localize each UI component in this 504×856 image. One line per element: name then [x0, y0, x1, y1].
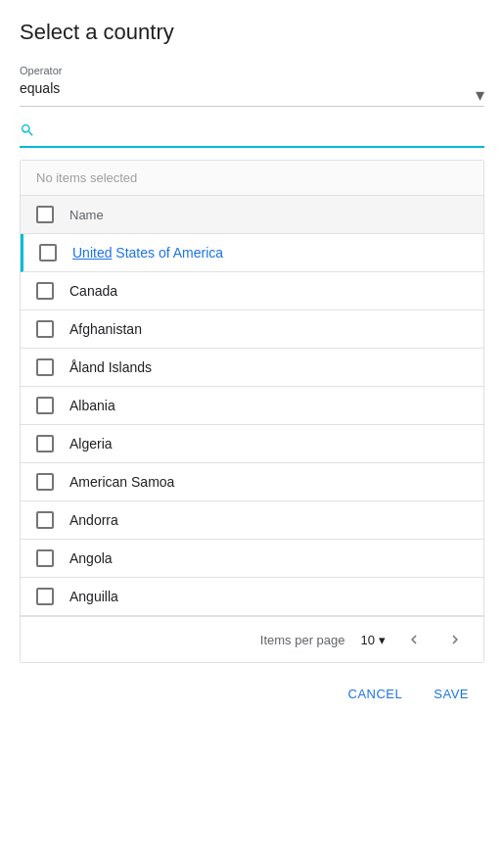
items-per-page-value: 10 [361, 633, 375, 647]
header-label: Name [69, 208, 104, 222]
row-label: Åland Islands [69, 359, 152, 375]
list-item[interactable]: Canada [21, 272, 483, 310]
row-checkbox[interactable] [36, 549, 54, 567]
search-icon [20, 122, 35, 142]
list-item[interactable]: Anguilla [21, 578, 483, 616]
operator-value: equals [20, 80, 60, 100]
list-item[interactable]: Andorra [21, 501, 483, 540]
list-item[interactable]: Åland Islands [21, 349, 483, 387]
row-label: Canada [69, 283, 117, 299]
pagination-prev-button[interactable] [401, 627, 427, 652]
header-checkbox[interactable] [36, 206, 54, 223]
row-checkbox[interactable] [36, 358, 54, 376]
list-header-row: Name [21, 196, 483, 234]
page-container: Select a country Operator equals ▾ No it… [0, 0, 504, 737]
operator-select[interactable]: equals ▾ [20, 80, 484, 107]
row-label: Albania [69, 398, 115, 413]
row-checkbox[interactable] [36, 588, 54, 605]
no-items-selected-label: No items selected [21, 161, 483, 196]
list-item[interactable]: Angola [21, 540, 483, 578]
page-title: Select a country [20, 20, 484, 45]
country-list-container: No items selected Name United States of … [20, 160, 484, 663]
save-button[interactable]: SAVE [422, 679, 481, 709]
items-per-page-select[interactable]: 10 ▾ [361, 633, 386, 647]
row-checkbox-usa[interactable] [39, 244, 57, 262]
row-checkbox[interactable] [36, 511, 54, 529]
row-label: Afghanistan [69, 321, 142, 337]
cancel-button[interactable]: CANCEL [337, 679, 415, 709]
list-item[interactable]: Albania [21, 387, 483, 425]
search-input[interactable] [43, 124, 484, 140]
operator-wrapper: Operator equals ▾ [20, 65, 484, 107]
operator-label: Operator [20, 65, 484, 76]
row-checkbox[interactable] [36, 282, 54, 300]
dropdown-arrow-icon: ▾ [476, 84, 484, 106]
row-label: Angola [69, 550, 113, 566]
footer-buttons: CANCEL SAVE [20, 663, 484, 717]
row-checkbox[interactable] [36, 473, 54, 491]
row-checkbox[interactable] [36, 320, 54, 338]
pagination-next-button[interactable] [442, 627, 468, 652]
items-per-page-arrow-icon: ▾ [379, 633, 386, 647]
search-row [20, 122, 484, 148]
pagination-row: Items per page 10 ▾ [21, 616, 483, 662]
usa-highlight: United [72, 245, 112, 261]
row-label: American Samoa [69, 474, 174, 490]
list-item[interactable]: American Samoa [21, 463, 483, 501]
row-label: Anguilla [69, 589, 118, 604]
list-item[interactable]: Algeria [21, 425, 483, 463]
row-label: Andorra [69, 512, 118, 528]
list-item[interactable]: Afghanistan [21, 310, 483, 349]
row-label-usa: United States of America [72, 245, 223, 261]
row-checkbox[interactable] [36, 435, 54, 452]
row-checkbox[interactable] [36, 397, 54, 414]
list-item[interactable]: United States of America [21, 234, 483, 272]
row-label: Algeria [69, 436, 113, 452]
items-per-page-label: Items per page [260, 633, 345, 647]
